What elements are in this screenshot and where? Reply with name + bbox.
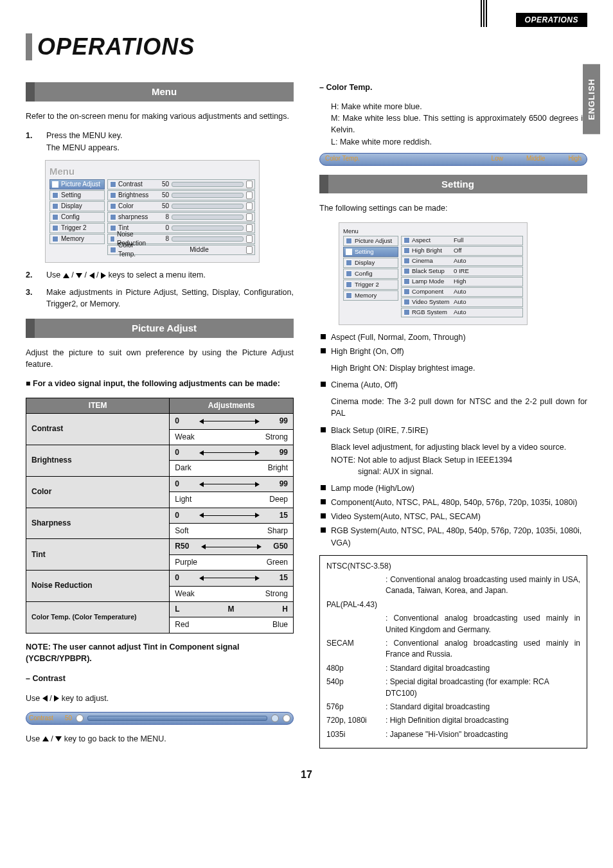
step3-text: Make adjustments in Picture Adjust, Sett… [46, 287, 294, 310]
osd-menu-picture-adjust: Menu Picture Adjust Setting Display Conf… [45, 160, 260, 263]
setting-bullets: Aspect (Full, Normal, Zoom, Through) Hig… [319, 332, 587, 357]
step3-num: 3. [26, 287, 37, 310]
back-to-menu: Use / key to go back to the MENU. [26, 733, 294, 745]
page-number: 17 [26, 769, 587, 781]
setting-intro: The following settings can be made: [319, 202, 587, 214]
up-arrow-icon [42, 736, 49, 741]
color-temp-subhead: – Color Temp. [319, 82, 587, 93]
page-title: OPERATIONS [37, 33, 587, 60]
ct-h: H: Make white more blue. [331, 101, 587, 112]
left-arrow-icon [42, 695, 48, 702]
ct-m: M: Make white less blue. This setting is… [331, 112, 587, 136]
contrast-slider-pill: Contrast 50 [26, 712, 294, 725]
right-arrow-icon [54, 695, 59, 702]
step2-text: Use / / / keys to select a menu item. [46, 269, 206, 281]
picture-adjust-bold: ■ For a video signal input, the followin… [26, 378, 294, 389]
color-temp-pill: Color Temp. Low Middle High [319, 153, 587, 166]
picture-adjust-intro: Adjust the picture to suit own preferenc… [26, 347, 294, 370]
contrast-use: Use / key to adjust. [26, 693, 294, 704]
running-head: OPERATIONS [516, 13, 587, 27]
language-tab: ENGLISH [583, 64, 600, 134]
up-arrow-icon [63, 273, 69, 278]
tint-note: NOTE: The user cannot adjust Tint in Com… [26, 641, 294, 664]
section-picture-adjust: Picture Adjust [26, 319, 294, 338]
down-arrow-icon [55, 736, 62, 741]
ct-l: L: Make white more reddish. [331, 136, 587, 148]
step1-text: Press the MENU key. The MENU appears. [46, 130, 123, 153]
right-arrow-icon [101, 272, 106, 279]
down-arrow-icon [76, 273, 82, 278]
adjustments-table: ITEM Adjustments Contrast 099 WeakStrong… [26, 398, 294, 633]
menu-icon [52, 181, 58, 188]
section-setting: Setting [319, 175, 587, 194]
broadcast-standards-box: NTSC(NTSC-3.58) : Conventional analog br… [319, 555, 587, 748]
crop-marks [481, 0, 487, 27]
osd-menu-setting: Menu Picture Adjust Setting Display Conf… [339, 222, 528, 325]
left-arrow-icon [89, 272, 94, 279]
step2-num: 2. [26, 269, 37, 281]
step1-num: 1. [26, 130, 37, 153]
contrast-subhead: – Contrast [26, 673, 294, 684]
menu-intro: Refer to the on-screen menu for making v… [26, 111, 294, 122]
section-menu: Menu [26, 82, 294, 102]
